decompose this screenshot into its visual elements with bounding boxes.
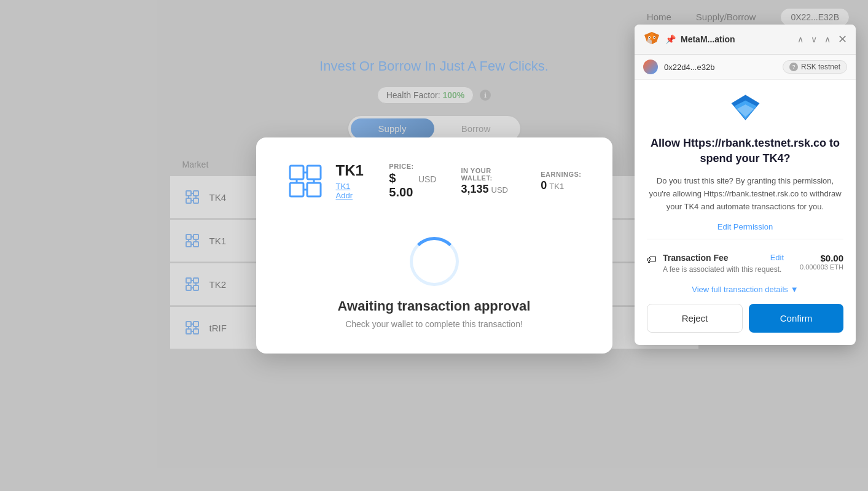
mm-fee-desc: A fee is associated with this request. bbox=[663, 265, 784, 274]
reject-button[interactable]: Reject bbox=[647, 304, 743, 333]
mm-nav-down[interactable]: ∨ bbox=[808, 33, 819, 45]
svg-rect-32 bbox=[290, 166, 303, 179]
tx-wallet-block: IN YOUR WALLET: 3,135 USD bbox=[461, 167, 516, 196]
mm-fee-eth: 0.000003 ETH bbox=[800, 263, 843, 271]
tx-earnings-label: EARNINGS: bbox=[541, 171, 581, 178]
mm-network-badge: ? RSK testnet bbox=[783, 60, 847, 74]
tx-price-currency: USD bbox=[418, 174, 437, 184]
network-question-icon: ? bbox=[789, 63, 798, 71]
mm-title-text: MetaM...ation bbox=[681, 34, 790, 44]
mm-fee-row: 🏷 Transaction Fee Edit A fee is associat… bbox=[647, 247, 843, 280]
tx-token-header: TK1 TK1 Addr PRICE: $ 5.00 USD IN YOUR W… bbox=[287, 162, 582, 200]
svg-point-47 bbox=[654, 37, 655, 38]
metamask-popup: 📌 MetaM...ation ∧ ∨ ∧ ✕ 0x22d4...e32b ? … bbox=[635, 25, 856, 345]
mm-fee-usd: $0.00 bbox=[800, 253, 843, 263]
transaction-modal: TK1 TK1 Addr PRICE: $ 5.00 USD IN YOUR W… bbox=[256, 137, 612, 354]
mm-body: Allow Https://rbank.testnet.rsk.co to sp… bbox=[635, 80, 856, 345]
mm-account-avatar bbox=[643, 60, 658, 74]
chevron-down-icon: ▼ bbox=[791, 285, 799, 294]
mm-title-bar: 📌 MetaM...ation ∧ ∨ ∧ ✕ bbox=[635, 25, 856, 55]
spinner-container bbox=[410, 237, 459, 286]
mm-view-full-details[interactable]: View full transaction details ▼ bbox=[647, 285, 843, 294]
mm-close-button[interactable]: ✕ bbox=[838, 33, 847, 46]
tx-token-addr[interactable]: TK1 Addr bbox=[336, 182, 365, 200]
mm-allow-desc: Do you trust this site? By granting this… bbox=[647, 175, 843, 213]
mm-nav-expand[interactable]: ∧ bbox=[822, 33, 833, 45]
tx-token-logo bbox=[287, 163, 324, 199]
mm-fee-amount: $0.00 0.000003 ETH bbox=[800, 253, 843, 271]
view-full-label: View full transaction details bbox=[692, 285, 788, 294]
confirm-button[interactable]: Confirm bbox=[749, 304, 843, 333]
mm-fee-label: Transaction Fee bbox=[663, 253, 770, 263]
tx-earnings-value: 0 bbox=[541, 179, 547, 192]
mm-account-address: 0x22d4...e32b bbox=[664, 63, 714, 72]
tx-price-value: $ 5.00 bbox=[389, 171, 416, 199]
mm-action-buttons: Reject Confirm bbox=[647, 304, 843, 333]
svg-rect-33 bbox=[307, 166, 321, 179]
mm-account-bar: 0x22d4...e32b ? RSK testnet bbox=[635, 55, 856, 80]
svg-rect-34 bbox=[290, 183, 303, 196]
mm-nav-up[interactable]: ∧ bbox=[795, 33, 806, 45]
awaiting-subtitle: Check your wallet to complete this trans… bbox=[345, 319, 523, 329]
awaiting-title: Awaiting transaction approval bbox=[338, 298, 531, 314]
svg-rect-35 bbox=[307, 183, 321, 196]
mm-divider bbox=[647, 239, 843, 239]
pin-icon: 📌 bbox=[665, 34, 676, 44]
mm-fee-edit[interactable]: Edit bbox=[770, 253, 784, 262]
metamask-fox-icon bbox=[643, 31, 660, 48]
tx-wallet-currency: USD bbox=[491, 185, 508, 195]
mm-allow-title: Allow Https://rbank.testnet.rsk.co to sp… bbox=[647, 136, 843, 166]
tx-price-label: PRICE: bbox=[389, 163, 436, 170]
mm-edit-permission[interactable]: Edit Permission bbox=[647, 222, 843, 231]
tx-earnings-block: EARNINGS: 0 TK1 bbox=[541, 171, 581, 192]
loading-spinner bbox=[410, 237, 459, 286]
tag-icon: 🏷 bbox=[647, 254, 657, 265]
vuetify-logo bbox=[647, 92, 843, 126]
tx-token-name: TK1 bbox=[336, 162, 365, 179]
tx-price-block: PRICE: $ 5.00 USD bbox=[389, 163, 436, 199]
mm-nav-icons: ∧ ∨ ∧ bbox=[795, 33, 833, 45]
mm-network-name: RSK testnet bbox=[801, 63, 840, 71]
tx-wallet-label: IN YOUR WALLET: bbox=[461, 167, 516, 182]
tx-earnings-currency: TK1 bbox=[549, 182, 564, 191]
tx-wallet-value: 3,135 bbox=[461, 183, 488, 196]
svg-point-46 bbox=[649, 37, 650, 38]
